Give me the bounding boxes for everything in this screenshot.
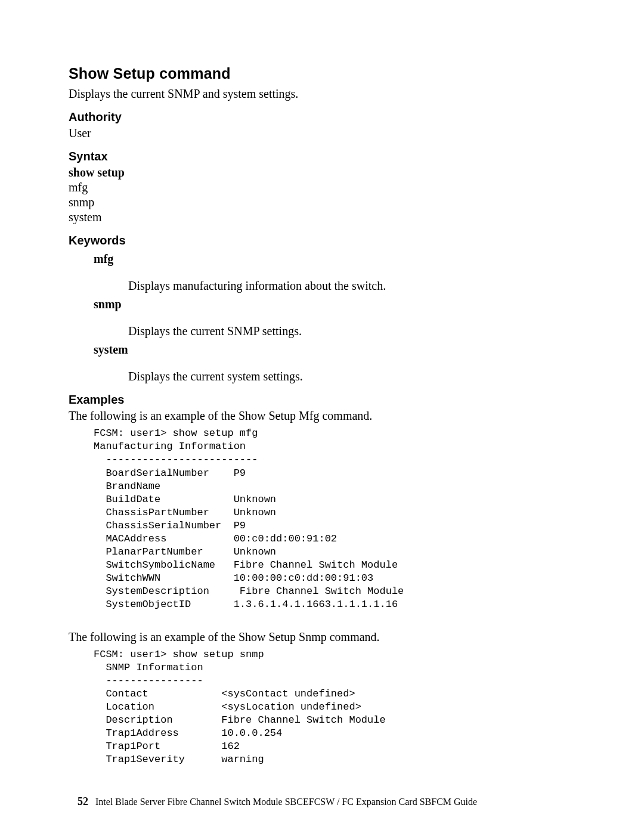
example-intro: The following is an example of the Show … — [69, 630, 575, 645]
example-code-block: FCSM: user1> show setup snmp SNMP Inform… — [94, 648, 575, 767]
syntax-arg: mfg — [69, 180, 575, 195]
example-intro: The following is an example of the Show … — [69, 408, 575, 423]
examples-heading: Examples — [69, 392, 575, 407]
keyword-desc: Displays manufacturing information about… — [128, 278, 575, 293]
page-number: 52 — [78, 795, 88, 807]
intro-text: Displays the current SNMP and system set… — [69, 86, 575, 101]
example-code-block: FCSM: user1> show setup mfg Manufacturin… — [94, 427, 575, 611]
authority-value: User — [69, 126, 575, 141]
syntax-arg: system — [69, 210, 575, 225]
syntax-command: show setup — [69, 165, 575, 180]
keyword-desc: Displays the current system settings. — [128, 369, 575, 384]
syntax-arg: snmp — [69, 195, 575, 210]
page-title: Show Setup command — [69, 64, 575, 83]
authority-heading: Authority — [69, 110, 575, 125]
document-page: Show Setup command Displays the current … — [0, 0, 644, 833]
footer-text: Intel Blade Server Fibre Channel Switch … — [95, 797, 477, 807]
keyword-term: mfg — [94, 252, 575, 267]
keyword-desc: Displays the current SNMP settings. — [128, 324, 575, 339]
page-footer: 52 Intel Blade Server Fibre Channel Swit… — [78, 795, 477, 809]
keyword-term: snmp — [94, 297, 575, 312]
keywords-heading: Keywords — [69, 233, 575, 248]
syntax-heading: Syntax — [69, 149, 575, 164]
keyword-term: system — [94, 342, 575, 357]
